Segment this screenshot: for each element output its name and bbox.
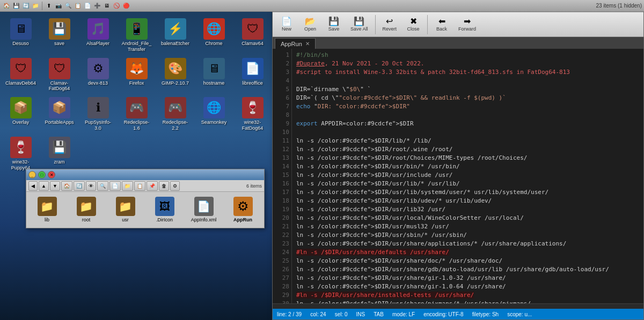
- fm-btn-prefs[interactable]: ⚙: [170, 181, 180, 191]
- taskbar-icon-alert[interactable]: 🚫: [112, 2, 121, 10]
- tool-new[interactable]: 📄 New: [276, 16, 297, 33]
- desktop-icon-redeclipse22[interactable]: 🎮 Redeclipse-2.2: [158, 95, 193, 133]
- fm-btn-show[interactable]: 👁: [86, 181, 96, 191]
- status-sel: sel: 0: [335, 311, 348, 317]
- line-numbers: 1234567891011121314151617181920212223242…: [273, 49, 292, 303]
- desktop-icon-android[interactable]: 📱 Android_File_Transfer: [119, 17, 154, 54]
- fm-btn-copy[interactable]: 📋: [134, 181, 145, 191]
- fm-icon-appinfo[interactable]: 📄 AppInfo.xml: [186, 195, 221, 225]
- fm-btn-up[interactable]: ▲: [39, 181, 49, 191]
- maximize-button[interactable]: □: [38, 171, 46, 178]
- desktop-icon-portableapps[interactable]: 📦 PortableApps: [42, 95, 77, 133]
- editor-tabs: AppRun ✕: [273, 37, 643, 49]
- fm-btn-newdir[interactable]: 📁: [122, 181, 133, 191]
- file-manager-titlebar: _ □ ✕: [26, 169, 264, 180]
- taskbar-items-count: 23 items (1 hidden): [596, 3, 642, 9]
- code-line: ln -s /color:#9cdcfe">$DIR/usr/lib/udev/…: [296, 197, 639, 205]
- taskbar-icon-plus[interactable]: ➕: [93, 2, 101, 10]
- code-line: ln -s /color:#9cdcfe">$DIR/usr/include /…: [296, 171, 639, 180]
- taskbar-icon-new[interactable]: 📄: [83, 2, 92, 10]
- code-line: echo "DIR: "color:#9cdcfe">$DIR": [296, 102, 639, 111]
- desktop-icon-zram[interactable]: 💾 zram: [42, 135, 77, 173]
- fm-icon-apprun[interactable]: ⚙ AppRun: [225, 195, 260, 225]
- editor-tab-apprun[interactable]: AppRun ✕: [275, 38, 316, 49]
- icon-label: Desuso: [12, 41, 29, 47]
- taskbar-icon-camera[interactable]: 📷: [54, 2, 63, 10]
- fm-btn-paste[interactable]: 📌: [147, 181, 158, 191]
- code-line: ln -s /color:#9cdcfe">$DIR/usr/lib/syste…: [296, 188, 639, 197]
- fm-btn-newfile[interactable]: 📄: [109, 181, 121, 191]
- icon-label: PortableApps: [45, 120, 74, 125]
- fm-icon-root[interactable]: 📁 root: [69, 195, 104, 225]
- taskbar-icon-search[interactable]: 🔍: [64, 2, 72, 10]
- tool-forward[interactable]: ➡ Forward: [455, 16, 480, 33]
- icon-label: wine32-FatDog64: [237, 120, 268, 131]
- taskbar-icon-term[interactable]: 🖥: [103, 2, 111, 10]
- desktop-icon-clamavdeb[interactable]: 🛡 ClamavDeb64: [3, 56, 38, 94]
- desktop-icon-devx[interactable]: ⚙ devx-813: [80, 56, 115, 94]
- status-tab: TAB: [374, 311, 384, 317]
- line-number: 28: [275, 282, 289, 291]
- desktop-icon-chrome[interactable]: 🌐 Chrome: [196, 17, 231, 54]
- line-number: 3: [275, 68, 289, 77]
- taskbar-icon-red[interactable]: 🔴: [122, 2, 130, 10]
- desktop-icon-pupsysinfo[interactable]: ℹ PupSysInfo-3.0: [80, 95, 115, 133]
- taskbar-icon-folder[interactable]: 📁: [31, 2, 40, 10]
- taskbar-icon-up[interactable]: ⬆: [45, 2, 53, 10]
- taskbar-icon-save[interactable]: 💾: [12, 2, 20, 10]
- horizontal-scrollbar[interactable]: [273, 303, 643, 309]
- desktop-icon-clamavfatdog[interactable]: 🛡 Clamav-FatDog64: [42, 56, 77, 94]
- taskbar-icon-home[interactable]: 🏠: [2, 2, 11, 10]
- desktop-icon-clamav64[interactable]: 🛡 Clamav64: [235, 17, 270, 54]
- desktop-icon-save[interactable]: 💾 save: [42, 17, 77, 54]
- desktop-icon-balena[interactable]: ⚡ balenaEtcher: [158, 17, 193, 54]
- fm-icon-diricon[interactable]: 🖼 .DirIcon: [147, 195, 182, 225]
- tab-close-button[interactable]: ✕: [305, 41, 310, 47]
- fm-icon-lib[interactable]: 📁 lib: [30, 195, 64, 225]
- desktop-icon-wine32fatdog[interactable]: 🍷 wine32-FatDog64: [235, 95, 270, 133]
- desktop-icon-gimp[interactable]: 🎨 GIMP-2.10.7: [158, 56, 193, 94]
- fm-btn-refresh[interactable]: 🔄: [74, 181, 85, 191]
- desktop-icon-redeclipse16[interactable]: 🎮 Redeclipse-1.6: [119, 95, 154, 133]
- desktop-icon-seamonkey[interactable]: 🌐 Seamonkey: [196, 95, 231, 133]
- minimize-button[interactable]: _: [28, 171, 36, 178]
- code-content[interactable]: #!/bin/sh#Duprate, 21 Nov 2021 - 20 Oct …: [292, 49, 643, 303]
- taskbar-icon-files[interactable]: 📋: [74, 2, 82, 10]
- desktop-icon-wine32puppy[interactable]: 🍷 wine32-Puppy64: [3, 135, 38, 173]
- editor-statusbar: line: 2 / 39 col: 24 sel: 0 INS TAB mode…: [273, 309, 643, 319]
- desktop-icon-alsaplayer[interactable]: 🎵 AlsaPlayer: [80, 17, 115, 54]
- save-icon: 💾: [328, 17, 339, 26]
- taskbar-icon-refresh[interactable]: 🔄: [21, 2, 30, 10]
- fm-icon-usr[interactable]: 📁 usr: [108, 195, 143, 225]
- taskbar-top: 🏠 💾 🔄 📁 ⬆ 📷 🔍 📋 📄 ➕ 🖥 🚫 🔴 23 items (1 hi…: [0, 0, 644, 12]
- close-button[interactable]: ✕: [48, 171, 55, 178]
- tool-save[interactable]: 💾 Save: [323, 16, 345, 33]
- code-line: ln -s /color:#9cdcfe">$DIR/usr/share/gdb…: [296, 265, 639, 274]
- icon-label: Chrome: [205, 41, 222, 47]
- forward-icon: ➡: [464, 17, 471, 26]
- desktop-icon-desuso[interactable]: 🖥 Desuso: [3, 17, 38, 54]
- code-line: #!/bin/sh: [296, 51, 639, 59]
- fm-btn-search[interactable]: 🔍: [97, 181, 108, 191]
- desktop-icon-libreoffice[interactable]: 📄 libreoffice: [235, 56, 270, 94]
- tool-saveall[interactable]: 💾 Save All: [347, 16, 372, 33]
- fm-btn-trash[interactable]: 🗑: [159, 181, 169, 191]
- tool-close[interactable]: ✖ Close: [402, 16, 424, 33]
- fm-btn-down[interactable]: ▼: [50, 181, 60, 191]
- status-col: col: 24: [310, 311, 326, 317]
- fm-btn-back[interactable]: ◀: [28, 181, 38, 191]
- file-manager-content: 📁 lib 📁 root 📁 usr 🖼 .DirIcon 📄 AppInfo.…: [26, 192, 264, 228]
- line-number: 19: [275, 205, 289, 214]
- desktop-icon-firefox[interactable]: 🦊 Firefox: [119, 56, 154, 94]
- fm-icon-label: root: [82, 217, 91, 223]
- tool-back[interactable]: ⬅ Back: [431, 16, 452, 33]
- editor-main-area: 1234567891011121314151617181920212223242…: [273, 49, 643, 303]
- fm-btn-home[interactable]: 🏠: [61, 181, 72, 191]
- code-line: #ln -s /$DIR/usr/share/installed-tests /…: [296, 291, 639, 300]
- tool-revert[interactable]: ↩ Revert: [379, 16, 401, 33]
- desktop-icon-overlay[interactable]: 📦 Overlay: [3, 95, 38, 133]
- taskbar-icons: 🏠 💾 🔄 📁 ⬆ 📷 🔍 📋 📄 ➕ 🖥 🚫 🔴: [2, 2, 130, 10]
- tool-open[interactable]: 📂 Open: [299, 16, 321, 33]
- tool-save-label: Save: [328, 26, 340, 32]
- desktop-icon-hostname[interactable]: 🖥 hostname: [196, 56, 231, 94]
